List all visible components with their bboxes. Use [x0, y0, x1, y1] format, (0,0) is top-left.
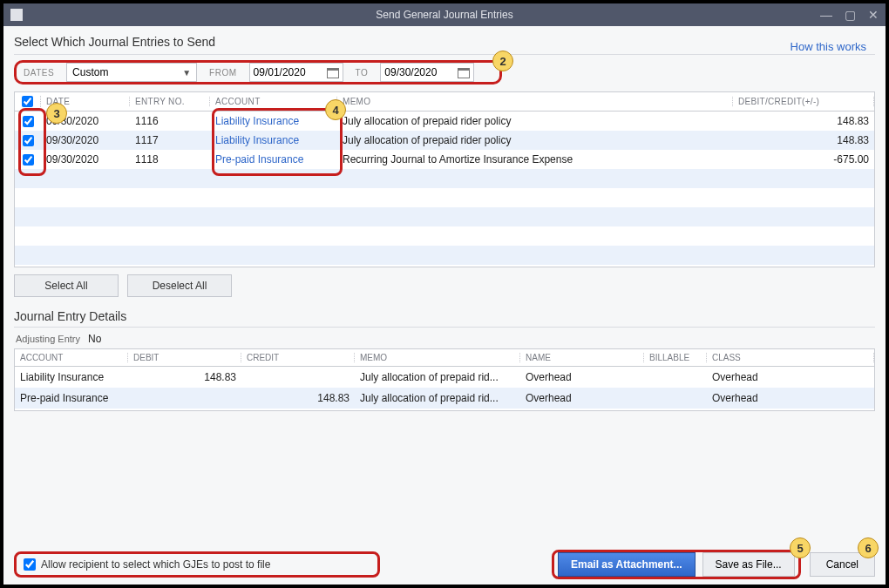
cell-memo: Recurring Journal to Amortize Insurance …	[337, 153, 747, 166]
from-date-input[interactable]: 09/01/2020	[249, 63, 343, 82]
adjusting-entry-label: Adjusting Entry	[16, 334, 80, 344]
d-class: Overhead	[707, 392, 874, 404]
dh-debit[interactable]: DEBIT	[128, 353, 241, 362]
titlebar: Send General Journal Entries — ▢ ✕	[3, 3, 886, 26]
deselect-all-button[interactable]: Deselect All	[127, 274, 232, 297]
header-entry-no[interactable]: ENTRY NO.	[130, 97, 210, 106]
cell-memo: July allocation of prepaid rider policy	[337, 115, 747, 127]
email-attachment-button[interactable]: Email as Attachment...	[558, 552, 696, 577]
action-buttons-container: Email as Attachment... Save as File... 6	[552, 550, 801, 579]
d-class: Overhead	[707, 371, 874, 383]
divider	[14, 54, 875, 55]
cell-amount: 148.83	[747, 115, 874, 127]
d-account: Liability Insurance	[15, 371, 128, 383]
details-grid-header: ACCOUNT DEBIT CREDIT MEMO NAME BILLABLE …	[15, 349, 874, 367]
entries-grid-body[interactable]: 09/30/2020 1116 Liability Insurance July…	[15, 112, 874, 268]
date-range-value: Custom	[72, 66, 108, 78]
calendar-icon[interactable]	[327, 66, 339, 78]
annotation-badge-2: 2	[492, 51, 513, 71]
d-debit: 148.83	[128, 371, 241, 383]
window-controls: — ▢ ✕	[820, 8, 879, 22]
to-date-input[interactable]: 09/30/2020	[380, 63, 474, 82]
d-name: Overhead	[520, 371, 644, 383]
cell-date: 09/30/2020	[41, 134, 130, 146]
row-checkbox[interactable]	[23, 116, 34, 127]
annotation-badge-4: 4	[325, 99, 346, 120]
section-title-select: Select Which Journal Entries to Send	[14, 35, 875, 49]
cell-account-link[interactable]: Liability Insurance	[210, 115, 337, 127]
select-all-button[interactable]: Select All	[14, 274, 119, 297]
cell-entry: 1118	[130, 153, 210, 166]
dh-name[interactable]: NAME	[520, 353, 644, 362]
maximize-icon[interactable]: ▢	[845, 8, 856, 22]
from-label: FROM	[209, 68, 236, 78]
cell-memo: July allocation of prepaid rider policy	[337, 134, 747, 146]
calendar-icon[interactable]	[458, 66, 470, 78]
header-checkbox-cell	[15, 96, 41, 107]
dh-memo[interactable]: MEMO	[355, 353, 520, 362]
minimize-icon[interactable]: —	[820, 8, 832, 22]
annotation-badge-5: 5	[790, 537, 811, 558]
details-row[interactable]: Liability Insurance 148.83 July allocati…	[15, 367, 874, 388]
header-account[interactable]: ACCOUNT	[210, 97, 337, 106]
header-debit-credit[interactable]: DEBIT/CREDIT(+/-)	[733, 97, 874, 106]
annotation-badge-6: 6	[858, 537, 879, 558]
adjusting-entry-value: No	[88, 333, 101, 345]
how-this-works-link[interactable]: How this works	[791, 40, 866, 53]
details-row[interactable]: Pre-paid Insurance 148.83 July allocatio…	[15, 388, 874, 409]
cell-entry: 1116	[130, 115, 210, 127]
allow-recipient-container: Allow recipient to select which GJEs to …	[14, 551, 380, 578]
divider	[14, 327, 875, 328]
date-filter-bar: DATES Custom ▼ FROM 09/01/2020 TO 09/30/…	[14, 60, 502, 84]
d-credit: 148.83	[241, 392, 355, 404]
d-name: Overhead	[520, 392, 644, 404]
cell-amount: 148.83	[747, 134, 874, 146]
selection-buttons: Select All Deselect All	[14, 274, 875, 297]
row-checkbox[interactable]	[23, 135, 34, 146]
annotation-badge-3: 3	[46, 103, 67, 124]
select-all-checkbox[interactable]	[22, 96, 33, 107]
row-checkbox[interactable]	[23, 154, 34, 166]
cell-entry: 1117	[130, 134, 210, 146]
from-date-value: 09/01/2020	[254, 66, 306, 78]
entries-grid-header: DATE ENTRY NO. ACCOUNT MEMO DEBIT/CREDIT…	[15, 92, 874, 112]
d-account: Pre-paid Insurance	[15, 392, 128, 404]
table-row[interactable]: 09/30/2020 1117 Liability Insurance July…	[15, 131, 874, 150]
dh-account[interactable]: ACCOUNT	[15, 353, 128, 362]
adjusting-entry-line: Adjusting Entry No	[16, 333, 875, 345]
dh-billable[interactable]: BILLABLE	[644, 353, 707, 362]
details-grid-body[interactable]: Liability Insurance 148.83 July allocati…	[15, 367, 874, 412]
table-row[interactable]: 09/30/2020 1118 Pre-paid Insurance Recur…	[15, 150, 874, 169]
d-memo: July allocation of prepaid rid...	[355, 392, 520, 404]
date-range-dropdown[interactable]: Custom ▼	[66, 63, 197, 82]
window-title: Send General Journal Entries	[3, 9, 886, 21]
dh-class[interactable]: CLASS	[707, 353, 874, 362]
cell-account-link[interactable]: Pre-paid Insurance	[210, 153, 337, 166]
cell-account-link[interactable]: Liability Insurance	[210, 134, 337, 146]
save-as-file-button[interactable]: Save as File...	[702, 552, 795, 577]
table-row[interactable]: 09/30/2020 1116 Liability Insurance July…	[15, 112, 874, 131]
allow-recipient-checkbox[interactable]	[24, 558, 36, 571]
cell-amount: -675.00	[747, 153, 874, 166]
section-title-details: Journal Entry Details	[14, 309, 875, 323]
to-label: TO	[356, 68, 369, 78]
header-memo[interactable]: MEMO	[337, 97, 733, 106]
to-date-value: 09/30/2020	[384, 66, 437, 78]
entries-grid: DATE ENTRY NO. ACCOUNT MEMO DEBIT/CREDIT…	[14, 91, 875, 267]
cell-date: 09/30/2020	[41, 153, 130, 166]
details-grid: ACCOUNT DEBIT CREDIT MEMO NAME BILLABLE …	[14, 348, 875, 411]
allow-recipient-label: Allow recipient to select which GJEs to …	[41, 558, 270, 571]
d-memo: July allocation of prepaid rid...	[355, 371, 520, 383]
footer-bar: Allow recipient to select which GJEs to …	[14, 550, 875, 579]
dh-credit[interactable]: CREDIT	[241, 353, 355, 362]
close-icon[interactable]: ✕	[868, 8, 879, 22]
dates-label: DATES	[24, 68, 54, 78]
chevron-down-icon: ▼	[182, 68, 191, 78]
